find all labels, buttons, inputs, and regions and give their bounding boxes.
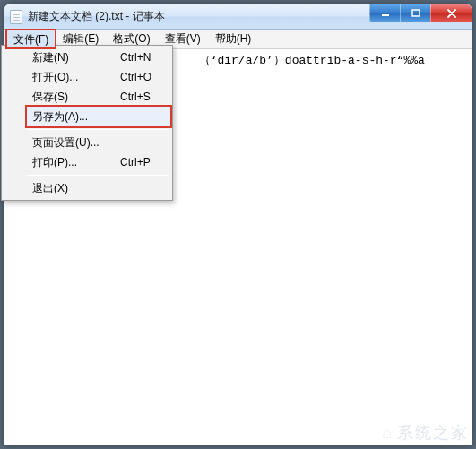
menu-item-open-shortcut: Ctrl+O xyxy=(120,71,170,83)
menu-item-page-setup[interactable]: 页面设置(U)... xyxy=(27,133,170,152)
menu-item-exit-label: 退出(X) xyxy=(32,181,120,196)
menu-item-page-setup-label: 页面设置(U)... xyxy=(32,135,120,151)
menu-item-save-as-label: 另存为(A)... xyxy=(32,109,120,125)
menu-item-print-shortcut: Ctrl+P xyxy=(120,156,170,168)
menu-file[interactable]: 文件(F) xyxy=(6,30,56,48)
svg-rect-0 xyxy=(382,14,389,16)
menu-file-label: 文件(F) xyxy=(13,32,48,47)
file-menu-dropdown: 新建(N) Ctrl+N 打开(O)... Ctrl+O 保存(S) Ctrl+… xyxy=(1,45,173,201)
menu-item-open-label: 打开(O)... xyxy=(32,70,120,85)
menu-item-save[interactable]: 保存(S) Ctrl+S xyxy=(27,87,170,107)
close-button[interactable] xyxy=(430,4,472,22)
menu-item-new[interactable]: 新建(N) Ctrl+N xyxy=(27,47,170,67)
menu-help-label: 帮助(H) xyxy=(215,31,252,47)
menu-item-new-shortcut: Ctrl+N xyxy=(120,51,170,64)
menu-gutter xyxy=(4,47,27,198)
menu-item-save-as[interactable]: 另存为(A)... xyxy=(27,107,170,126)
menu-item-new-label: 新建(N) xyxy=(32,50,120,65)
menu-item-open[interactable]: 打开(O)... Ctrl+O xyxy=(27,67,170,87)
menu-separator xyxy=(27,175,169,176)
menu-item-save-shortcut: Ctrl+S xyxy=(120,91,170,103)
menu-separator xyxy=(27,129,169,130)
titlebar[interactable]: 新建文本文档 (2).txt - 记事本 xyxy=(4,4,472,30)
maximize-button[interactable] xyxy=(400,4,430,22)
menu-item-save-label: 保存(S) xyxy=(32,90,120,105)
window-controls xyxy=(369,4,472,22)
menu-item-print[interactable]: 打印(P)... Ctrl+P xyxy=(27,152,170,172)
notepad-icon xyxy=(10,10,22,24)
menu-help[interactable]: 帮助(H) xyxy=(208,30,259,48)
text-line: （‘dir/a/b’）doattrib-a-s-h-r“%%a xyxy=(199,54,425,67)
close-icon xyxy=(446,9,457,18)
minimize-icon xyxy=(381,9,390,18)
minimize-button[interactable] xyxy=(369,4,400,22)
svg-rect-1 xyxy=(412,10,420,16)
maximize-icon xyxy=(411,9,420,18)
menu-item-exit[interactable]: 退出(X) xyxy=(27,178,170,198)
window-title: 新建文本文档 (2).txt - 记事本 xyxy=(28,9,165,24)
menu-item-print-label: 打印(P)... xyxy=(32,155,120,170)
